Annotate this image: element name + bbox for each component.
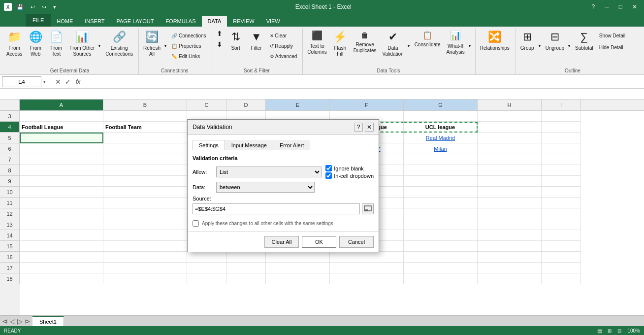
ungroup-icon: ⊟ xyxy=(550,31,559,43)
quick-save-btn[interactable]: 💾 xyxy=(15,3,26,11)
remove-duplicates-button[interactable]: 🗑 RemoveDuplicates xyxy=(351,29,379,63)
existing-connections-button[interactable]: 🔗 ExistingConnections xyxy=(103,29,135,63)
modal-tab-error-alert[interactable]: Error Alert xyxy=(273,140,311,150)
cancel-btn[interactable]: Cancel xyxy=(339,236,374,248)
from-web-icon: 🌐 xyxy=(29,31,42,43)
data-label: Data: xyxy=(193,184,212,190)
filter-label: Filter xyxy=(251,45,261,51)
tab-data[interactable]: DATA xyxy=(202,16,227,27)
apply-checkbox[interactable] xyxy=(193,220,199,227)
modal-tab-settings[interactable]: Settings xyxy=(193,140,225,150)
connections-button[interactable]: 🔗 Connections xyxy=(169,31,209,40)
source-row: =$E$4:$G$4 xyxy=(193,203,374,214)
sort-filter-buttons: ⬆ ⬇ ⇅ Sort ▼ Filter ✕ Clear ↺ Reapply ⚙ … xyxy=(214,29,300,67)
clear-all-btn[interactable]: Clear All xyxy=(264,236,299,248)
source-picker-btn[interactable] xyxy=(362,203,374,214)
restore-btn[interactable]: □ xyxy=(616,2,625,11)
refresh-all-arrow[interactable]: ▾ xyxy=(163,29,168,63)
refresh-all-button[interactable]: 🔄 RefreshAll xyxy=(141,29,163,63)
what-if-button[interactable]: 📊 What-IfAnalysis xyxy=(444,29,467,63)
tab-page-layout[interactable]: PAGE LAYOUT xyxy=(110,16,160,27)
subtotal-button[interactable]: ∑ Subtotal xyxy=(573,29,596,63)
sort-az-button[interactable]: ⬆ xyxy=(214,29,225,38)
help-btn[interactable]: ? xyxy=(589,2,598,11)
connections-icon: 🔗 xyxy=(171,33,177,38)
filter-icon: ▼ xyxy=(251,31,262,43)
from-other-sources-button[interactable]: 📊 From OtherSources xyxy=(67,29,97,63)
from-web-button[interactable]: 🌐 FromWeb xyxy=(26,29,45,63)
flash-fill-button[interactable]: ⚡ FlashFill xyxy=(330,29,350,63)
from-other-sources-label: From OtherSources xyxy=(69,45,95,57)
remove-duplicates-icon: 🗑 xyxy=(361,31,369,40)
group-button[interactable]: ⊞ Group xyxy=(517,29,537,63)
consolidate-button[interactable]: 📋 Consolidate xyxy=(412,29,443,63)
apply-label: Apply these changes to all other cells w… xyxy=(202,221,333,226)
group-get-external-data: 📁 FromAccess 🌐 FromWeb 📄 FromText 📊 From… xyxy=(2,29,139,74)
text-to-columns-button[interactable]: ⬛ Text toColumns xyxy=(305,29,329,63)
what-if-split: 📊 What-IfAnalysis ▾ xyxy=(444,29,472,63)
reapply-button[interactable]: ↺ Reapply xyxy=(267,41,300,51)
consolidate-label: Consolidate xyxy=(415,42,441,48)
tab-file[interactable]: FILE xyxy=(26,14,51,27)
advanced-button[interactable]: ⚙ Advanced xyxy=(267,51,300,61)
existing-connections-icon: 🔗 xyxy=(113,31,126,43)
ignore-blank-checkbox[interactable] xyxy=(325,165,332,171)
group-connections: 🔄 RefreshAll ▾ 🔗 Connections 📋 Propertie… xyxy=(139,29,212,74)
from-access-button[interactable]: 📁 FromAccess xyxy=(4,29,25,63)
tab-view[interactable]: VIEW xyxy=(260,16,286,27)
show-hide-detail: Show Detail Hide Detail xyxy=(597,29,628,52)
what-if-arrow[interactable]: ▾ xyxy=(467,29,472,63)
formula-input[interactable] xyxy=(82,76,642,87)
tab-home[interactable]: HOME xyxy=(51,16,79,27)
cancel-formula-btn[interactable]: ✕ xyxy=(54,78,62,86)
relationships-button[interactable]: 🔀 Relationships xyxy=(478,29,512,63)
sort-za-button[interactable]: ⬇ xyxy=(214,39,225,49)
hide-detail-button[interactable]: Hide Detail xyxy=(597,42,628,52)
ungroup-label: Ungroup xyxy=(546,45,564,51)
what-if-icon: 📊 xyxy=(450,31,461,41)
tab-insert[interactable]: INSERT xyxy=(79,16,110,27)
checkboxes: Ignore blank In-cell dropdown xyxy=(325,165,374,179)
quick-customize-btn[interactable]: ▾ xyxy=(51,3,58,11)
modal-close-btn[interactable]: ✕ xyxy=(365,123,374,132)
data-validation-modal: Data Validation ? ✕ Settings Input Messa… xyxy=(187,119,379,252)
from-text-button[interactable]: 📄 FromText xyxy=(46,29,66,63)
source-input[interactable]: =$E$4:$G$4 xyxy=(193,203,360,214)
clear-button[interactable]: ✕ Clear xyxy=(267,31,300,40)
from-other-sources-arrow[interactable]: ▾ xyxy=(97,29,102,63)
title-bar: X 💾 ↩ ↪ ▾ Excel Sheet 1 - Excel ? ─ □ ✕ xyxy=(0,0,644,14)
tab-review[interactable]: REVIEW xyxy=(227,16,260,27)
sort-icon: ⇅ xyxy=(231,31,240,43)
ok-btn[interactable]: OK xyxy=(302,236,336,248)
quick-redo-btn[interactable]: ↪ xyxy=(40,3,48,11)
show-detail-button[interactable]: Show Detail xyxy=(597,31,628,40)
close-btn[interactable]: ✕ xyxy=(629,2,640,11)
quick-undo-btn[interactable]: ↩ xyxy=(29,3,37,11)
ungroup-arrow[interactable]: ▾ xyxy=(567,29,572,63)
group-data-tools: ⬛ Text toColumns ⚡ FlashFill 🗑 RemoveDup… xyxy=(303,29,475,74)
filter-button[interactable]: ▼ Filter xyxy=(247,29,266,63)
edit-links-button[interactable]: ✏️ Edit Links xyxy=(169,51,209,61)
modal-tab-input-message[interactable]: Input Message xyxy=(225,140,273,150)
name-box-dropdown[interactable]: ▾ xyxy=(43,79,46,84)
name-box[interactable]: E4 xyxy=(2,76,41,87)
confirm-formula-btn[interactable]: ✓ xyxy=(64,78,72,86)
source-section: Source: =$E$4:$G$4 xyxy=(193,196,374,214)
incell-dropdown-checkbox[interactable] xyxy=(325,172,332,179)
data-select[interactable]: between xyxy=(216,182,315,193)
group-sort-filter: ⬆ ⬇ ⇅ Sort ▼ Filter ✕ Clear ↺ Reapply ⚙ … xyxy=(212,29,303,74)
outline-label: Outline xyxy=(517,67,628,74)
modal-titlebar: Data Validation ? ✕ xyxy=(188,120,379,135)
sort-button[interactable]: ⇅ Sort xyxy=(226,29,246,63)
data-validation-button[interactable]: ✔ DataValidation xyxy=(380,29,406,63)
data-validation-arrow[interactable]: ▾ xyxy=(406,29,411,63)
minimize-btn[interactable]: ─ xyxy=(602,2,612,11)
modal-help-btn[interactable]: ? xyxy=(354,123,363,132)
edit-links-label: Edit Links xyxy=(179,54,200,59)
tab-formulas[interactable]: FORMULAS xyxy=(160,16,201,27)
from-other-sources-icon: 📊 xyxy=(75,31,89,43)
allow-select[interactable]: List xyxy=(216,167,322,177)
ungroup-button[interactable]: ⊟ Ungroup xyxy=(543,29,567,63)
properties-button[interactable]: 📋 Properties xyxy=(169,41,209,51)
group-arrow[interactable]: ▾ xyxy=(537,29,542,63)
